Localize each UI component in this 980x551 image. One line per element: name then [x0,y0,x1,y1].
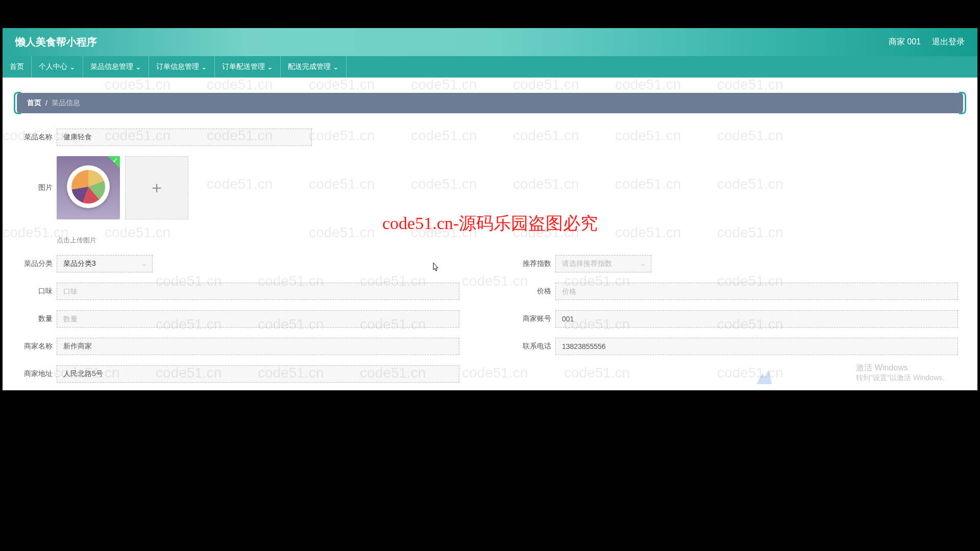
chevron-down-icon: ⌄ [333,63,339,71]
category-label: 菜品分类 [22,259,53,268]
upload-hint: 点击上传图片 [57,236,958,245]
taste-label: 口味 [22,287,53,296]
chevron-down-icon: ⌵ [142,260,146,267]
user-label[interactable]: 商家 001 [889,37,921,47]
nav-dish-manage[interactable]: 菜品信息管理⌄ [83,56,149,78]
chevron-down-icon: ⌄ [135,63,141,71]
taste-input[interactable] [57,283,459,300]
phone-input[interactable] [555,338,958,355]
breadcrumb-current: 菜品信息 [52,98,80,108]
decorative-bracket-right [959,92,966,114]
nav-complete-manage[interactable]: 配送完成管理⌄ [281,56,347,78]
recommend-label: 推荐指数 [521,259,551,268]
app-header: 懒人美食帮小程序 商家 001 退出登录 [3,28,977,56]
nav-delivery-manage[interactable]: 订单配送管理⌄ [215,56,281,78]
add-image-button[interactable]: ＋ [125,156,188,219]
merchant-name-input[interactable] [57,338,459,355]
chevron-down-icon: ⌄ [267,63,273,71]
address-label: 商家地址 [22,369,53,379]
phone-label: 联系电话 [521,342,551,351]
merchant-name-label: 商家名称 [22,342,53,351]
chevron-down-icon: ⌵ [641,260,645,267]
nav-home[interactable]: 首页 [3,56,32,78]
dish-name-label: 菜品名称 [22,133,53,142]
main-nav: 首页 个人中心⌄ 菜品信息管理⌄ 订单信息管理⌄ 订单配送管理⌄ 配送完成管理⌄ [3,56,977,78]
activate-windows-notice: 激活 Windows 转到"设置"以激活 Windows。 [856,363,949,383]
price-label: 价格 [521,287,551,296]
dish-name-input[interactable] [57,129,312,146]
price-input[interactable] [555,283,958,300]
logout-link[interactable]: 退出登录 [932,37,965,47]
plus-icon: ＋ [149,177,165,199]
nav-profile[interactable]: 个人中心⌄ [32,56,83,78]
recommend-select[interactable]: 请选择推荐指数 ⌵ [555,255,651,272]
merchant-account-input[interactable] [555,310,958,328]
decorative-bracket-left [14,92,21,114]
logo-faded [753,368,774,388]
breadcrumb-home[interactable]: 首页 [27,98,41,108]
app-title: 懒人美食帮小程序 [15,35,97,49]
image-label: 图片 [22,183,53,192]
quantity-label: 数量 [22,314,53,323]
merchant-account-label: 商家账号 [521,314,551,323]
chevron-down-icon: ⌄ [201,63,207,71]
check-icon: ✓ [108,156,120,168]
nav-order-manage[interactable]: 订单信息管理⌄ [149,56,215,78]
quantity-input[interactable] [57,310,459,328]
uploaded-image-thumb[interactable]: ✓ [57,156,120,219]
breadcrumb: 首页 / 菜品信息 [17,93,963,113]
chevron-down-icon: ⌄ [69,63,76,71]
category-select[interactable]: 菜品分类3 ⌵ [57,255,153,272]
address-input[interactable] [57,365,459,383]
